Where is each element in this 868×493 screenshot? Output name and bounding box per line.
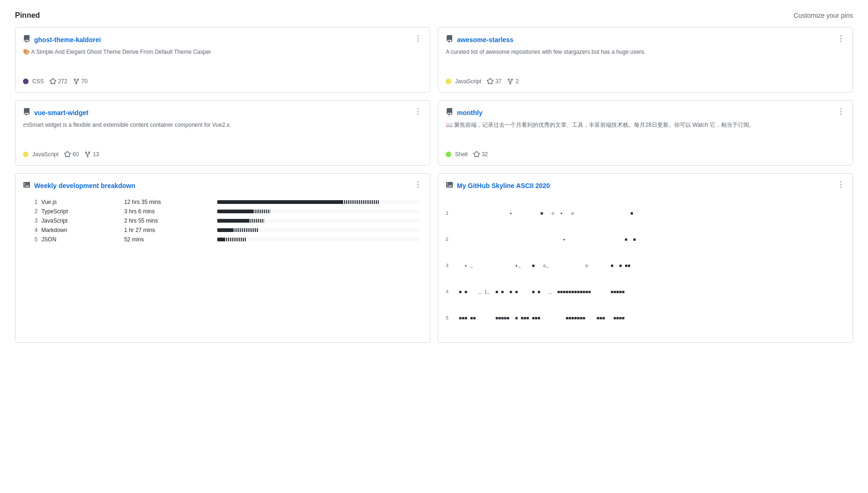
language-label: CSS xyxy=(32,78,44,85)
waka-bar-cell xyxy=(215,225,422,235)
language-label: JavaScript xyxy=(32,151,59,158)
waka-bar-bg xyxy=(217,228,420,232)
ascii-line-content: ■■■ ■■ ■■■■■ ■ ■■■ ■■■ ■■■■■■■ ■■■ ■■■■ xyxy=(459,315,625,322)
waka-bar-bg xyxy=(217,200,420,204)
more-options-icon[interactable]: ⋮ xyxy=(837,108,845,116)
waka-lang: TypeScript xyxy=(39,207,122,216)
waka-bar-bg xyxy=(217,238,420,241)
ascii-line-num: 5 xyxy=(446,315,455,322)
waka-bar-cell xyxy=(215,207,422,216)
repo-title-link[interactable]: awesome-starless xyxy=(457,36,514,44)
waka-rank: 2 xyxy=(23,207,39,216)
waka-lang: Vue.js xyxy=(39,197,122,207)
repo-meta: CSS 272 70 xyxy=(23,78,422,85)
ascii-title-link[interactable]: My GitHub Skyline ASCII 2020 xyxy=(457,182,550,189)
pinned-card-monthly: monthly ⋮ 📖 聚焦前端，记录过去一个月看到的优秀的文章、工具，丰富前端… xyxy=(438,100,853,166)
ascii-line-content: ✦ ■ ■ xyxy=(459,237,636,243)
lang-dot xyxy=(23,79,29,84)
lang-dot xyxy=(446,79,451,84)
ascii-line: 2 ✦ ■ ■ xyxy=(446,237,845,243)
card-title-area: ghost-theme-kaldorei xyxy=(23,35,101,44)
stars-item: 272 xyxy=(50,78,67,85)
language-label: Shell xyxy=(455,151,468,158)
waka-bar-fill xyxy=(217,228,234,232)
waka-time: 12 hrs 35 mins xyxy=(122,197,215,207)
more-options-icon[interactable]: ⋮ xyxy=(837,181,845,188)
card-header: Weekly development breakdown ⋮ xyxy=(23,181,422,190)
waka-bar-dots xyxy=(254,210,270,213)
waka-bar-fill xyxy=(217,219,250,223)
waka-time: 1 hr 27 mins xyxy=(122,225,215,235)
stars-count: 272 xyxy=(58,78,67,85)
repo-title-link[interactable]: ghost-theme-kaldorei xyxy=(34,36,101,44)
repo-description: 🎨 A Simple And Elegant Ghost Theme Deriv… xyxy=(23,48,422,72)
card-header: My GitHub Skyline ASCII 2020 ⋮ xyxy=(446,181,845,190)
more-options-icon[interactable]: ⋮ xyxy=(414,35,422,43)
card-title-area: monthly xyxy=(446,108,482,117)
customize-pins-link[interactable]: Customize your pins xyxy=(794,12,853,19)
stars-item: 37 xyxy=(487,78,501,85)
ascii-line-content: ✦ ■ ◇ ✦ ◇ ■ xyxy=(459,210,633,217)
forks-count: 70 xyxy=(81,78,88,85)
repo-description: 📖 聚焦前端，记录过去一个月看到的优秀的文章、工具，丰富前端技术栈。每月28日更… xyxy=(446,121,845,145)
waka-row: 4 Markdown 1 hr 27 mins xyxy=(23,225,422,235)
waka-rank: 3 xyxy=(23,216,39,225)
gist-icon xyxy=(446,181,453,190)
ascii-line-num: 4 xyxy=(446,289,455,296)
waka-rank: 1 xyxy=(23,197,39,207)
waka-bar-cell xyxy=(215,216,422,225)
ascii-line: 5 ■■■ ■■ ■■■■■ ■ ■■■ ■■■ ■■■■■■■ ■■■ ■■■… xyxy=(446,315,845,322)
waka-table: 1 Vue.js 12 hrs 35 mins 2 TypeScript 3 h… xyxy=(23,197,422,244)
card-header: monthly ⋮ xyxy=(446,108,845,117)
language-label: JavaScript xyxy=(455,78,481,85)
language-item: JavaScript xyxy=(23,151,59,158)
waka-bar-dots xyxy=(234,228,258,232)
forks-item: 70 xyxy=(73,78,88,85)
lang-dot xyxy=(446,152,451,157)
page-title: Pinned xyxy=(15,11,40,20)
repo-description: 🗃Smart widget is a flexible and extensib… xyxy=(23,121,422,145)
card-header: ghost-theme-kaldorei ⋮ xyxy=(23,35,422,44)
card-header: vue-smart-widget ⋮ xyxy=(23,108,422,117)
lang-dot xyxy=(23,152,29,157)
waka-bar-cell xyxy=(215,235,422,244)
repo-icon xyxy=(446,35,453,44)
repo-description: A curated list of awesome repositories w… xyxy=(446,48,845,72)
ascii-line-num: 1 xyxy=(446,210,455,217)
waka-bar-dots xyxy=(343,200,380,204)
repo-title-link[interactable]: monthly xyxy=(457,109,482,116)
pinned-grid: ghost-theme-kaldorei ⋮ 🎨 A Simple And El… xyxy=(15,27,853,343)
waka-bar-fill xyxy=(217,210,254,213)
waka-row: 2 TypeScript 3 hrs 6 mins xyxy=(23,207,422,216)
waka-time: 2 hrs 55 mins xyxy=(122,216,215,225)
card-title-area: vue-smart-widget xyxy=(23,108,88,117)
waka-time: 3 hrs 6 mins xyxy=(122,207,215,216)
ascii-art: 1 ✦ ■ ◇ ✦ ◇ ■ 2 ✦ ■ ■ xyxy=(446,197,845,335)
waka-bar-cell xyxy=(215,197,422,207)
pinned-card-github-skyline: My GitHub Skyline ASCII 2020 ⋮ 1 ✦ ■ ◇ ✦… xyxy=(438,173,853,343)
card-title-area: Weekly development breakdown xyxy=(23,181,135,190)
waka-bar-fill xyxy=(217,200,343,204)
language-item: CSS xyxy=(23,78,44,85)
card-title-area: awesome-starless xyxy=(446,35,514,44)
more-options-icon[interactable]: ⋮ xyxy=(414,108,422,116)
waka-lang: JavaScript xyxy=(39,216,122,225)
forks-count: 2 xyxy=(515,78,519,85)
waka-bar-dots xyxy=(250,219,264,223)
forks-item: 2 xyxy=(507,78,519,85)
ascii-line-num: 2 xyxy=(446,237,455,243)
repo-meta: JavaScript 60 13 xyxy=(23,151,422,158)
waka-bar-dots xyxy=(225,238,245,241)
ascii-line-content: ■ ■ _ )_ ■ ■ ■ ■ ■ ■ _ ■■■■■■■■■■■■ ■■■■… xyxy=(459,289,625,296)
stars-item: 60 xyxy=(64,151,79,158)
more-options-icon[interactable]: ⋮ xyxy=(837,35,845,43)
card-header: awesome-starless ⋮ xyxy=(446,35,845,44)
more-options-icon[interactable]: ⋮ xyxy=(414,181,422,188)
ascii-line-content: ✦ _ ✦_ ■ ◇_ ◇ ■ ■ ■■ xyxy=(459,263,630,269)
language-item: Shell xyxy=(446,151,468,158)
waka-rank: 5 xyxy=(23,235,39,244)
stars-item: 32 xyxy=(473,151,488,158)
waka-row: 5 JSON 52 mins xyxy=(23,235,422,244)
waka-title-link[interactable]: Weekly development breakdown xyxy=(34,182,135,189)
repo-title-link[interactable]: vue-smart-widget xyxy=(34,109,88,116)
